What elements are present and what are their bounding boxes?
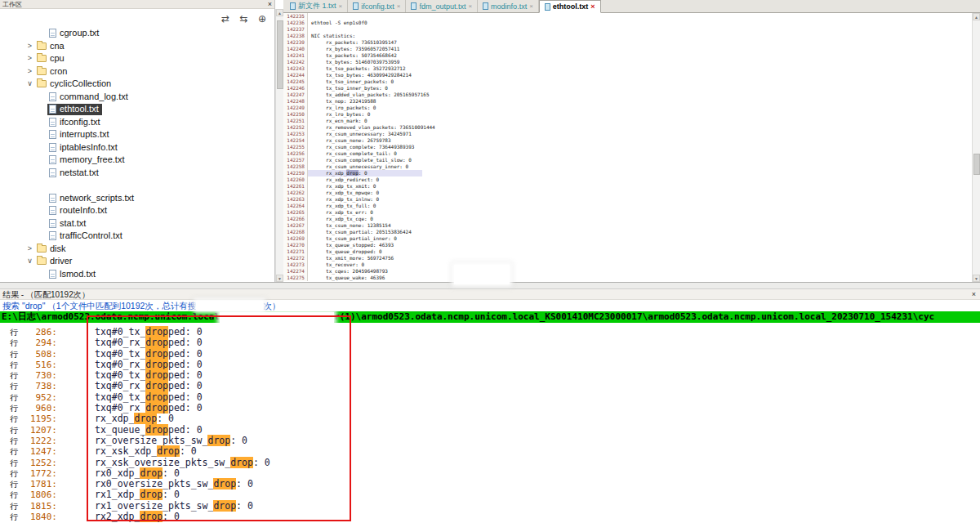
tree-item-label: routeInfo.txt (60, 204, 109, 217)
tree-file-netstat-txt[interactable]: netstat.txt (0, 167, 274, 180)
result-row[interactable]: 行1840:rx2_xdp_drop: 0 (0, 510, 980, 521)
line-text (308, 13, 311, 20)
result-row[interactable]: 行516:txq#0_rx_dropped: 0 (0, 358, 980, 369)
editor-scrollbar[interactable]: ▲ ▼ (972, 13, 980, 282)
workspace-close-icon[interactable]: × (268, 0, 272, 9)
result-row[interactable]: 行1247:rx_xsk_xdp_drop: 0 (0, 445, 980, 455)
tree-file-command-log-txt[interactable]: command_log.txt (0, 91, 274, 104)
document-icon (545, 3, 550, 11)
result-row[interactable]: 行960:txq#0_rx_dropped: 0 (0, 401, 980, 412)
line-number: 142250 (283, 111, 308, 118)
match-highlight: drop (213, 478, 236, 489)
search-results-panel: 结果 - （匹配10192次） × 搜索 "drop" （1个文件中匹配到101… (0, 289, 980, 523)
tree-file-ethtool-txt[interactable]: ethtool.txt (0, 103, 274, 116)
tab-modinfo-txt[interactable]: modinfo.txt× (478, 0, 539, 12)
scroll-down-icon[interactable]: ▼ (276, 275, 283, 282)
scroll-up-icon[interactable]: ▲ (276, 9, 283, 16)
editor-area[interactable]: 142235142236ethtool -S enp1s0f0142237142… (283, 13, 972, 282)
result-line-label: 行 (10, 447, 18, 456)
result-row[interactable]: 行952:txq#0_tx_dropped: 0 (0, 391, 980, 401)
result-row[interactable]: 行508:txq#0_tx_dropped: 0 (0, 347, 980, 358)
tree-file-cgroup-txt[interactable]: cgroup.txt (0, 27, 274, 40)
result-line-label: 行 (10, 414, 18, 423)
tree-item-label: interrupts.txt (60, 128, 111, 141)
result-row[interactable]: 行1195:rx_xdp_drop: 0 (0, 412, 980, 422)
tree-folder-cycliccollection[interactable]: ∨cyclicCollection (0, 78, 274, 91)
chevron-right-icon[interactable]: > (24, 40, 35, 53)
result-row[interactable]: 行738:txq#0_rx_dropped: 0 (0, 379, 980, 390)
tree-file-lsmod-txt[interactable]: lsmod.txt (0, 268, 274, 281)
tree-item-label: cna (50, 40, 66, 53)
editor-line: 142245 tx_tso_inner_packets: 0 (283, 78, 972, 85)
scroll-up-icon[interactable]: ▲ (973, 13, 980, 20)
tree-folder-disk[interactable]: >disk (0, 243, 274, 256)
result-row[interactable]: 行1222:rx_oversize_pkts_sw_drop: 0 (0, 434, 980, 445)
line-number: 142242 (283, 59, 308, 65)
result-row[interactable]: 行1806:rx1_xdp_drop: 0 (0, 488, 980, 498)
folder-icon (37, 68, 47, 75)
workspace-scrollbar[interactable]: ▲ ▼ (275, 9, 283, 282)
editor-line: 142246 tx_tso_inner_bytes: 0 (283, 85, 972, 92)
chevron-down-icon[interactable]: ∨ (24, 255, 35, 268)
tree-file-trafficcontrol-txt[interactable]: trafficControl.txt (0, 230, 274, 243)
result-file-path[interactable]: E:\日志\armod0523.odata.ncmp.unicom.localr… (0, 311, 980, 323)
chevron-right-icon[interactable]: > (24, 65, 35, 78)
results-close-icon[interactable]: × (972, 289, 976, 300)
scroll-down-icon[interactable]: ▼ (973, 275, 980, 282)
result-row[interactable]: 行1772:rx0_xdp_drop: 0 (0, 467, 980, 477)
tab-close-icon[interactable]: × (529, 2, 533, 10)
tree-file-interrupts-txt[interactable]: interrupts.txt (0, 128, 274, 141)
result-row[interactable]: 行730:txq#0_tx_dropped: 0 (0, 369, 980, 379)
tree-item: cgroup.txt (47, 28, 102, 39)
line-text: rx_xdp_tx_xmit: 0 (308, 183, 376, 190)
tree-file-iptablesinfo-txt[interactable]: iptablesInfo.txt (0, 141, 274, 154)
file-icon (49, 206, 56, 215)
sync-folder-icon[interactable]: ⇄ (218, 12, 233, 26)
tree-file-network-scripts-txt[interactable]: network_scripts.txt (0, 192, 274, 205)
tree-folder-cna[interactable]: >cna (0, 40, 274, 53)
tree-folder-driver[interactable]: ∨driver (0, 255, 274, 268)
tree-folder-cpu[interactable]: >cpu (0, 52, 274, 65)
editor-line: 142259 rx_xdp_drop: 0 (283, 170, 972, 177)
tab-ethtool-txt[interactable]: ethtool.txt× (539, 0, 601, 13)
result-row[interactable]: 行1815:rx1_oversize_pkts_sw_drop: 0 (0, 499, 980, 510)
chevron-right-icon[interactable]: > (24, 243, 35, 256)
tab-label: ifconfig.txt (361, 2, 394, 11)
tree-item: cyclicCollection (35, 78, 114, 90)
match-highlight: drop (230, 457, 253, 468)
tab-bar: 新文件 1.txt×ifconfig.txt×fdm_output.txt×mo… (283, 0, 980, 13)
tab-close-icon[interactable]: × (339, 2, 343, 10)
tab-close-icon[interactable]: × (468, 2, 472, 10)
editor-line: 142250 rx_lro_bytes: 0 (283, 111, 972, 118)
chevron-right-icon[interactable]: > (24, 52, 35, 65)
scrollbar-thumb[interactable] (277, 20, 283, 89)
editor-line: 142275 tx_queue_wake: 46396 (283, 275, 972, 281)
tab-close-icon[interactable]: × (590, 2, 595, 11)
result-line-label: 行 (10, 350, 18, 359)
tree-item-label: netstat.txt (60, 167, 100, 180)
editor-line: 142269 tx_csum_partial_inner: 0 (283, 235, 972, 242)
chevron-down-icon[interactable]: ∨ (24, 78, 35, 91)
tab-ifconfig-txt[interactable]: ifconfig.txt× (348, 0, 406, 12)
result-row[interactable]: 行1781:rx0_oversize_pkts_sw_drop: 0 (0, 477, 980, 488)
scrollbar-thumb[interactable] (973, 154, 980, 175)
tab-1-txt[interactable]: 新文件 1.txt× (285, 0, 348, 12)
result-row[interactable]: 行1207:tx_queue_dropped: 0 (0, 423, 980, 434)
editor-line: 142235 (283, 13, 972, 20)
tab-close-icon[interactable]: × (397, 2, 401, 10)
refresh-icon[interactable]: ⇆ (237, 12, 252, 26)
tab-fdm-output-txt[interactable]: fdm_output.txt× (406, 0, 478, 12)
result-row[interactable]: 行1252:rx_xsk_oversize_pkts_sw_drop: 0 (0, 456, 980, 467)
tree-file-memory-free-txt[interactable]: memory_free.txt (0, 154, 274, 167)
result-row[interactable]: 行286:txq#0_tx_dropped: 0 (0, 325, 980, 336)
tree-file-stat-txt[interactable]: stat.txt (0, 217, 274, 230)
line-text: tx_queue_stopped: 46393 (308, 242, 394, 248)
tree-file-ifconfig-txt[interactable]: ifconfig.txt (0, 116, 274, 129)
locate-current-file-icon[interactable]: ⊕ (255, 12, 270, 26)
line-text: tx_bytes: 514607039753959 (308, 59, 399, 65)
line-number: 142270 (283, 242, 308, 248)
tree-folder-cron[interactable]: >cron (0, 65, 274, 78)
tree-file-routeinfo-txt[interactable]: routeInfo.txt (0, 204, 274, 217)
editor-line: 142254 rx_csum_none: 26759783 (283, 137, 972, 144)
result-row[interactable]: 行294:txq#0_rx_dropped: 0 (0, 336, 980, 346)
